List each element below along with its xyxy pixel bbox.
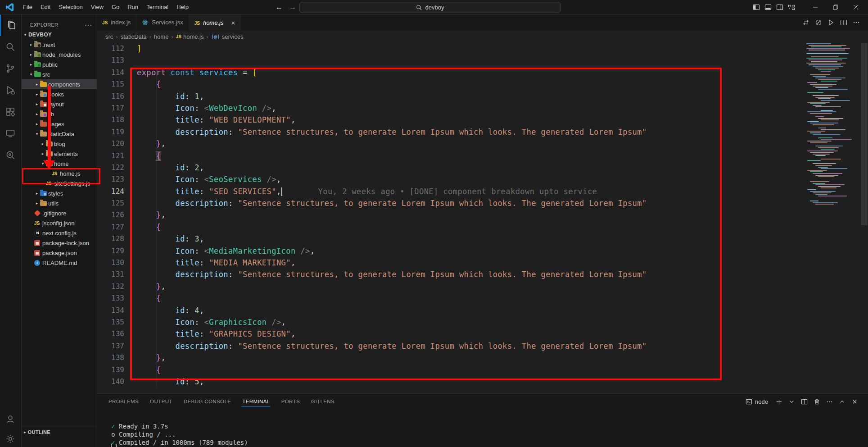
code-line-136[interactable]: 136 title: "GRAPHICS DESIGN",: [97, 328, 868, 340]
line-number[interactable]: 139: [97, 364, 124, 376]
panel-tab-ports[interactable]: PORTS: [281, 395, 300, 408]
line-number[interactable]: 125: [97, 197, 124, 209]
code-line-116[interactable]: 116 id: 1,: [97, 91, 868, 102]
tab-index-js[interactable]: JSindex.js: [97, 14, 136, 30]
code-line-117[interactable]: 117 Icon: <WebDevIcon />,: [97, 102, 868, 114]
tree-item-package-lock-json[interactable]: package-lock.json: [21, 238, 97, 248]
tab-home-js[interactable]: JShome.js×: [189, 14, 241, 30]
back-arrow-icon[interactable]: ←: [276, 3, 283, 11]
breadcrumb-item-staticdata[interactable]: staticData: [121, 33, 147, 40]
line-number[interactable]: 115: [97, 78, 124, 90]
menu-selection[interactable]: Selection: [54, 0, 86, 14]
tree-item-node-modules[interactable]: ▸node_modules: [21, 50, 97, 59]
code-line-119[interactable]: 119 description: "Sentence structures, t…: [97, 126, 868, 138]
menu-run[interactable]: Run: [123, 0, 142, 14]
code-line-133[interactable]: 133 {: [97, 292, 868, 304]
code-line-125[interactable]: 125 description: "Sentence structures, t…: [97, 197, 868, 209]
line-number[interactable]: 118: [97, 114, 124, 126]
tree-item-elements[interactable]: ▸elements: [21, 149, 97, 159]
search-icon[interactable]: [0, 36, 21, 58]
customize-layout-icon[interactable]: [788, 4, 795, 11]
breadcrumb-item-src[interactable]: src: [105, 33, 113, 40]
sidebar-more-actions-icon[interactable]: ···: [85, 21, 92, 28]
code-line-127[interactable]: 127 {: [97, 221, 868, 233]
line-number[interactable]: 114: [97, 67, 124, 78]
accounts-icon[interactable]: [0, 408, 21, 430]
command-center-search[interactable]: devboy: [299, 2, 561, 13]
code-line-131[interactable]: 131 description: "Sentence structures, t…: [97, 269, 868, 280]
toggle-secondary-sidebar-icon[interactable]: [776, 4, 783, 11]
kill-terminal-icon[interactable]: [814, 398, 820, 405]
tree-item-readme-md[interactable]: iREADME.md: [21, 258, 97, 268]
tree-item-blog[interactable]: ▸blog: [21, 139, 97, 149]
code-line-130[interactable]: 130 title: "MEDIA MARKETING",: [97, 257, 868, 269]
minimap[interactable]: [805, 43, 855, 224]
terminal-instance[interactable]: node: [746, 398, 768, 405]
tree-item-src[interactable]: ▾src: [21, 69, 97, 79]
code-line-139[interactable]: 139 {: [97, 364, 868, 376]
toggle-sidebar-icon[interactable]: [753, 4, 760, 11]
panel-tab-output[interactable]: OUTPUT: [149, 395, 173, 408]
code-line-120[interactable]: 120 },: [97, 138, 868, 150]
new-terminal-icon[interactable]: [776, 398, 782, 405]
source-control-icon[interactable]: [0, 58, 21, 79]
menu-terminal[interactable]: Terminal: [142, 0, 172, 14]
code-line-134[interactable]: 134 id: 4,: [97, 305, 868, 316]
code-line-135[interactable]: 135 Icon: <GraphicsIcon />,: [97, 316, 868, 328]
panel-tab-terminal[interactable]: TERMINAL: [242, 395, 270, 408]
close-tab-icon[interactable]: ×: [231, 19, 235, 27]
tree-item-utils[interactable]: ▸utils: [21, 198, 97, 208]
code-line-121[interactable]: 121 {: [97, 150, 868, 162]
code-line-132[interactable]: 132 },: [97, 281, 868, 292]
line-number[interactable]: 140: [97, 376, 124, 388]
close-window-icon[interactable]: [845, 0, 866, 14]
code-line-126[interactable]: 126 },: [97, 209, 868, 221]
menu-edit[interactable]: Edit: [36, 0, 54, 14]
split-editor-icon[interactable]: [840, 19, 847, 26]
tree-item-home-js[interactable]: JShome.js: [21, 169, 97, 178]
tree-item-lib[interactable]: ▸lib: [21, 109, 97, 119]
panel-tab-problems[interactable]: PROBLEMS: [108, 395, 139, 408]
run-file-icon[interactable]: [827, 19, 835, 26]
tree-item-jsconfig-json[interactable]: JSjsconfig.json: [21, 218, 97, 228]
tab-services-jsx[interactable]: Services.jsx: [136, 14, 189, 30]
line-number[interactable]: 113: [97, 55, 124, 66]
line-number[interactable]: 136: [97, 328, 124, 340]
line-number[interactable]: 137: [97, 340, 124, 352]
terminal-dropdown-icon[interactable]: [788, 398, 795, 405]
tree-item-pages[interactable]: ▸pages: [21, 119, 97, 129]
code-line-128[interactable]: 128 id: 3,: [97, 233, 868, 245]
open-changes-icon[interactable]: [802, 19, 809, 26]
line-number[interactable]: 126: [97, 209, 124, 221]
code-line-113[interactable]: 113: [97, 55, 868, 66]
menu-go[interactable]: Go: [108, 0, 123, 14]
panel-more-icon[interactable]: [826, 398, 833, 405]
tree-item-sitesettings-js[interactable]: JSsiteSettings.js: [21, 178, 97, 188]
line-number[interactable]: 133: [97, 292, 124, 304]
breadcrumb-item-services[interactable]: [@]services: [211, 33, 244, 40]
code-line-129[interactable]: 129 Icon: <MediaMarketingIcon />,: [97, 245, 868, 257]
line-number[interactable]: 121: [97, 150, 124, 162]
code-line-114[interactable]: 114export const services = [: [97, 67, 868, 78]
code-line-118[interactable]: 118 title: "WEB DEVELOPMENT",: [97, 114, 868, 126]
gitlens-icon[interactable]: [0, 144, 21, 166]
tree-item-devboy[interactable]: ▾DEVBOY: [21, 30, 97, 40]
maximize-panel-icon[interactable]: [839, 398, 845, 405]
menu-view[interactable]: View: [87, 0, 108, 14]
line-number[interactable]: 119: [97, 126, 124, 138]
remote-explorer-icon[interactable]: [0, 123, 21, 144]
settings-icon[interactable]: [0, 428, 21, 447]
tree-item-styles[interactable]: ▸styles: [21, 188, 97, 198]
line-number[interactable]: 120: [97, 138, 124, 150]
panel-tab-gitlens[interactable]: GITLENS: [311, 395, 335, 408]
run-debug-icon[interactable]: [0, 79, 21, 101]
toggle-blame-icon[interactable]: [815, 19, 822, 26]
explorer-icon[interactable]: [0, 14, 22, 36]
line-number[interactable]: 112: [97, 43, 124, 55]
line-number[interactable]: 123: [97, 173, 124, 185]
tree-item-components[interactable]: ▸components: [21, 79, 97, 89]
line-number[interactable]: 124: [97, 186, 124, 197]
code-line-115[interactable]: 115 {: [97, 78, 868, 90]
line-number[interactable]: 130: [97, 257, 124, 269]
terminal-output[interactable]: ✓Ready in 3.7soCompiling / ...✓Compiled …: [111, 422, 248, 447]
